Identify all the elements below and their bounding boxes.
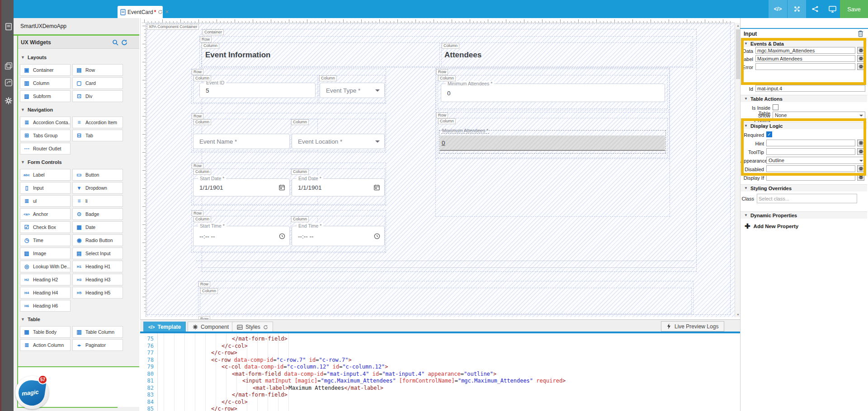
widget-item-image[interactable]: ▨Image [20,248,71,259]
data-input[interactable]: mgc.Maximum_Attendees [755,47,855,54]
code-editor[interactable]: 75</mat-form-field>76</c-col>77</c-row>7… [140,333,740,411]
min-attendees-field[interactable]: Minimum Attendees * 0 [441,84,665,102]
code-line[interactable]: </mat-form-field> [232,392,288,398]
label-gear-icon[interactable] [857,55,864,62]
widget-item-radio-button[interactable]: ◉Radio Button [72,234,123,246]
section-display-logic[interactable]: ▼Display Logic [741,122,867,129]
end-time-field[interactable]: End Time * --:-- -- [292,226,385,246]
save-button[interactable]: Save [840,0,868,18]
widget-item-accordion-item[interactable]: ≡Accordion Item [72,117,123,128]
hint-input[interactable] [766,140,855,146]
code-view-button[interactable]: </> [769,0,787,18]
tooltip-input[interactable] [766,148,855,155]
end-date-field[interactable]: End Date * 1/1/1901 [292,178,385,196]
tab-component[interactable]: Component [188,322,234,332]
section-dynamic-properties[interactable]: ▼Dynamic Properties [741,211,867,219]
widget-item-time[interactable]: ◷Time [20,234,71,246]
code-line[interactable]: <mat-label>Maximum Attendees</mat-label> [253,385,383,391]
widget-item-heading-h6[interactable]: H6Heading H6 [20,300,71,312]
hint-gear-icon[interactable] [857,140,864,146]
column-empty-bottom[interactable] [200,288,692,314]
widget-item-div[interactable]: ⊡Div [72,90,123,102]
heading-attendees[interactable]: Attendees [444,51,481,60]
close-tab-icon[interactable]: ✕ [165,9,169,15]
refresh-icon[interactable] [121,39,127,46]
is-inside-table-checkbox[interactable] [773,104,778,110]
disabled-gear-icon[interactable] [857,165,864,172]
widget-item-select-input[interactable]: ▤Select Input [72,248,123,259]
scroll-up-icon[interactable]: ▲ [736,24,740,27]
widget-item-check-box[interactable]: ☑Check Box [20,221,71,233]
max-attendees-input[interactable]: 0 [440,135,665,151]
tab-template[interactable]: </> Template [143,322,186,332]
code-line[interactable]: </c-row> [211,406,237,411]
widget-item-paginator[interactable]: ◂▸Paginator [72,339,123,351]
live-preview-logs-button[interactable]: Live Preview Logs [661,321,724,332]
delete-component-icon[interactable] [858,30,863,37]
widget-item-column[interactable]: ▥Column [20,77,71,89]
expand-button[interactable] [788,0,806,18]
add-new-property-button[interactable]: ✚ Add New Property [745,222,798,230]
palette-section-header[interactable]: ▼Layouts [21,53,125,61]
widget-item-accordion-conta[interactable]: ≣Accordion Conta... [20,117,71,128]
display-if-gear-icon[interactable] [857,174,864,181]
widget-item-row[interactable]: ▤Row [72,64,123,76]
id-input[interactable]: mat-input.4 [755,85,865,92]
widget-item-heading-h4[interactable]: H4Heading H4 [20,287,71,299]
disabled-input[interactable] [766,165,855,172]
code-line[interactable]: <c-row data-comp-id="c-row.7" id="c-row.… [211,357,352,363]
show-control-select[interactable]: None [773,112,865,119]
max-attendees-field-selected[interactable]: Maximum Attendees * 0 [439,130,666,154]
widget-item-action-column[interactable]: ≣Action Column [20,339,71,351]
widget-item-lookup-with-de[interactable]: ◎Lookup With De... [20,261,71,272]
palette-section-header[interactable]: ▼Navigation [21,106,125,114]
clock-icon[interactable] [279,233,285,239]
display-if-input[interactable] [766,174,855,181]
settings-gear-icon[interactable] [4,96,14,106]
widget-item-badge[interactable]: ⊙Badge [72,208,123,220]
calendar-icon[interactable] [278,184,285,191]
widget-item-tab[interactable]: ⊟Tab [72,130,123,141]
widget-item-table-body[interactable]: ▦Table Body [20,326,71,338]
widget-item-ul[interactable]: ≣ul [20,195,71,207]
widget-item-heading-h2[interactable]: H2Heading H2 [20,274,71,285]
data-gear-icon[interactable] [857,47,864,54]
section-styling-overrides[interactable]: ▼Styling Overrides [741,184,867,191]
widget-item-li[interactable]: ≡li [72,195,123,207]
code-line[interactable]: </c-col> [222,343,248,349]
refresh-tab-icon[interactable] [158,9,163,14]
design-canvas[interactable]: XPA Component Container Container Row Co… [140,18,740,319]
class-input[interactable]: Select class... [757,194,857,203]
section-events-data[interactable]: ▼Events & Data [741,40,867,47]
export-icon[interactable] [4,78,14,88]
start-date-field[interactable]: Start Date * 1/1/1901 [193,178,290,196]
palette-section-header[interactable]: ▼Form Controls [21,158,125,166]
widget-item-heading-h1[interactable]: H1Heading H1 [72,261,123,272]
event-location-field[interactable]: Event Location * [292,134,385,149]
calendar-icon[interactable] [373,184,380,191]
code-line[interactable]: </c-col> [222,399,248,405]
share-button[interactable] [808,0,822,18]
documents-icon[interactable] [4,22,14,32]
tab-styles[interactable]: Styles [232,322,273,332]
code-line[interactable]: </mat-form-field> [232,336,288,342]
error-input[interactable] [755,63,855,70]
error-gear-icon[interactable] [857,63,864,70]
event-id-field[interactable]: Event ID 5 [199,83,316,98]
widget-item-dropdown[interactable]: ▾Dropdown [72,182,123,194]
app-name[interactable]: SmartUXDemoApp [14,18,139,34]
search-icon[interactable] [112,39,118,46]
widget-item-heading-h5[interactable]: H5Heading H5 [72,287,123,299]
start-time-field[interactable]: Start Time * --:-- -- [193,226,290,246]
code-line[interactable]: </c-row> [211,350,237,356]
widget-item-input[interactable]: ▯Input [20,182,71,194]
widget-item-subform[interactable]: ▧Subform [20,90,71,102]
label-input[interactable]: Maximum Attendees [755,55,855,62]
scroll-down-icon[interactable]: ▼ [736,313,740,316]
widget-item-container[interactable]: ▣Container [20,64,71,76]
widget-item-table-column[interactable]: ▥Table Column [72,326,123,338]
clock-icon[interactable] [374,233,380,239]
widget-item-heading-h3[interactable]: H3Heading H3 [72,274,123,285]
canvas-vertical-scrollbar[interactable]: ▲ ▼ [735,23,740,317]
widget-item-button[interactable]: ▭Button [72,169,123,181]
